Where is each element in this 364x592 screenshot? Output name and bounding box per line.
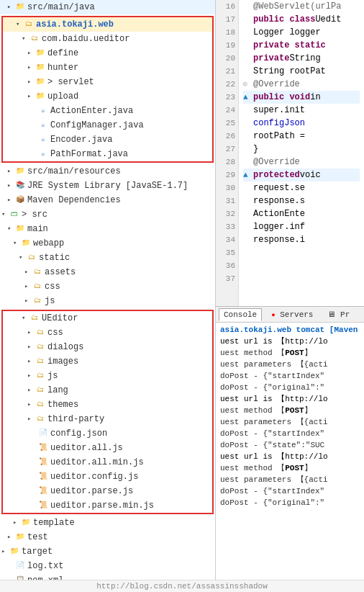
tree-item-asia-tokaji-web[interactable]: 🗂 asia.tokaji.web [3, 17, 212, 32]
arrow-webapp [13, 237, 20, 250]
tree-item-maven[interactable]: 📦 Maven Dependencies [0, 193, 215, 207]
tab-servers[interactable]: ● Servers [266, 308, 318, 321]
console-line-3: uest parameters 【{acti [220, 359, 360, 370]
marker-25: ▲ [243, 91, 253, 104]
tree-item-ueditor-all-js[interactable]: 📜 ueditor.all.js [3, 441, 212, 455]
tree-item-ueditor-parse-js[interactable]: 📜 ueditor.parse.js [3, 484, 212, 498]
code-line-37: response.i [243, 233, 360, 246]
tree-item-log[interactable]: 📄 log.txt [0, 559, 215, 573]
label-dialogs: dialogs [47, 341, 83, 354]
arrow-servlet [27, 76, 35, 89]
marker-32: ▲ [243, 169, 253, 181]
label-css: css [45, 280, 60, 293]
console-content: asia.tokaji.web tomcat [Maven Buil uest … [216, 323, 364, 580]
tree-item-ueditor[interactable]: 🗂 UEditor [3, 311, 212, 326]
label-ueditor: UEditor [42, 312, 78, 325]
tree-item-css[interactable]: 🗂 css [0, 279, 215, 294]
tree-item-com-baidu[interactable]: 🗂 com.baidu.ueditor [3, 32, 212, 46]
tree-item-ueditor-css[interactable]: 🗂 css [3, 326, 212, 340]
label-servlet: > servlet [47, 76, 94, 89]
label-ueditor-parse-min-js: ueditor.parse.min.js [50, 499, 154, 512]
label-template: template [33, 516, 75, 529]
tree-item-template[interactable]: 📁 template [0, 516, 215, 530]
right-panel: 16 17 18 19 20 21 22 23 24 25 26 27 28 2… [216, 0, 364, 580]
arrow-target [1, 545, 9, 558]
tree-item-jre[interactable]: 📚 JRE System Library [JavaSE-1.7] [0, 179, 215, 193]
tree-item-src[interactable]: 🗃 > src [0, 207, 215, 222]
main-container: 📁 src/main/java 🗂 asia.tokaji.web 🗂 com.… [0, 0, 364, 580]
tree-item-pom[interactable]: 📋 pom.xml [0, 573, 215, 580]
code-editor[interactable]: 16 17 18 19 20 21 22 23 24 25 26 27 28 2… [216, 0, 364, 306]
tree-item-pathformat[interactable]: ☕ PathFormat.java [3, 147, 212, 161]
ln-25: 25 [219, 117, 235, 130]
tree-item-js-ueditor[interactable]: 🗂 js [3, 369, 212, 383]
tree-item-dialogs[interactable]: 🗂 dialogs [3, 340, 212, 354]
tree-item-themes[interactable]: 🗂 themes [3, 398, 212, 412]
ln-26: 26 [219, 130, 235, 143]
tree-item-third-party[interactable]: 🗂 third-party [3, 412, 212, 426]
package-icon-js: 🗂 [32, 296, 43, 306]
tree-item-images[interactable]: 🗂 images [3, 354, 212, 369]
watermark: http://blog.csdn.net/assassinsshadow [0, 580, 364, 592]
tree-item-test[interactable]: 📁 test [0, 530, 215, 544]
tab-pr-label: 🖥 Pr [327, 310, 350, 319]
tree-item-webapp[interactable]: 📁 webapp [0, 236, 215, 251]
package-icon-lang: 🗂 [35, 385, 46, 395]
code-line-26: super.init [243, 104, 360, 117]
tree-item-target[interactable]: 📁 target [0, 544, 215, 559]
ln-36: 36 [219, 259, 235, 272]
code-text-area[interactable]: @WebServlet(urlPa public class Uedit Log… [239, 0, 364, 306]
tree-item-assets[interactable]: 🗂 assets [0, 265, 215, 279]
tree-item-ueditor-all-min-js[interactable]: 📜 ueditor.all.min.js [3, 455, 212, 470]
label-ueditor-all-min-js: ueditor.all.min.js [50, 456, 144, 469]
tree-item-upload[interactable]: 📁 upload [3, 89, 212, 104]
label-define: define [47, 47, 78, 60]
js-icon-1: 📜 [37, 443, 49, 453]
folder-icon-servlet: 📁 [35, 77, 46, 87]
tree-item-static[interactable]: 🗂 static [0, 251, 215, 265]
arrow-upload [27, 90, 35, 103]
ln-23: 23 [219, 91, 235, 104]
tree-item-encoder[interactable]: ☕ Encoder.java [3, 133, 212, 147]
label-upload: upload [47, 90, 78, 103]
java-icon-configmanager: ☕ [37, 120, 49, 130]
js-icon-3: 📜 [37, 472, 49, 482]
label-static: static [39, 251, 70, 264]
arrow-assets [24, 266, 32, 279]
tree-item-define[interactable]: 📁 define [3, 46, 212, 60]
tree-item-ueditor-parse-min-js[interactable]: 📜 ueditor.parse.min.js [3, 498, 212, 513]
code-line-18: public class Uedit [243, 13, 360, 26]
tree-item-lang[interactable]: 🗂 lang [3, 383, 212, 398]
tree-item-configmanager[interactable]: ☕ ConfigManager.java [3, 118, 212, 133]
label-asia-tokaji: asia.tokaji.web [36, 18, 114, 31]
console-tabs[interactable]: Console ● Servers 🖥 Pr [216, 307, 364, 323]
console-area: Console ● Servers 🖥 Pr asia.tokaji.web t… [216, 306, 364, 580]
folder-icon-resources: 📁 [14, 166, 26, 176]
console-line-14: doPost - {"startIndex" [220, 485, 360, 497]
label-images: images [47, 355, 78, 368]
tree-item-src-main-resources[interactable]: 📁 src/main/resources [0, 164, 215, 179]
tree-item-main[interactable]: 📁 main [0, 222, 215, 236]
tab-pr[interactable]: 🖥 Pr [322, 308, 355, 321]
tree-item-src-main-java[interactable]: 📁 src/main/java [0, 0, 215, 14]
file-tree-panel[interactable]: 📁 src/main/java 🗂 asia.tokaji.web 🗂 com.… [0, 0, 216, 580]
ln-28: 28 [219, 156, 235, 169]
tree-item-actionenter[interactable]: ☕ ActionEnter.java [3, 104, 212, 118]
tree-item-servlet[interactable]: 📁 > servlet [3, 75, 212, 89]
ln-24: 24 [219, 104, 235, 117]
tree-item-hunter[interactable]: 📁 hunter [3, 60, 212, 75]
console-line-15: doPost - {"original":" [220, 497, 360, 508]
tree-section-src: 🗃 > src 📁 main 📁 webapp 🗂 static [0, 207, 215, 544]
tab-console[interactable]: Console [219, 308, 262, 321]
label-maven: Maven Dependencies [27, 194, 121, 207]
tree-item-ueditor-config-js[interactable]: 📜 ueditor.config.js [3, 470, 212, 484]
tree-item-config-json[interactable]: 📄 config.json [3, 426, 212, 441]
arrow-ueditor-css [27, 326, 35, 339]
tree-item-js-static[interactable]: 🗂 js [0, 294, 215, 308]
arrow-lang [27, 384, 35, 397]
console-line-13: uest parameters 【{acti [220, 474, 360, 485]
label-pathformat: PathFormat.java [50, 148, 128, 161]
json-icon: 📄 [37, 429, 49, 439]
tab-servers-label: Servers [280, 310, 313, 319]
package-icon-js-ueditor: 🗂 [35, 371, 46, 381]
